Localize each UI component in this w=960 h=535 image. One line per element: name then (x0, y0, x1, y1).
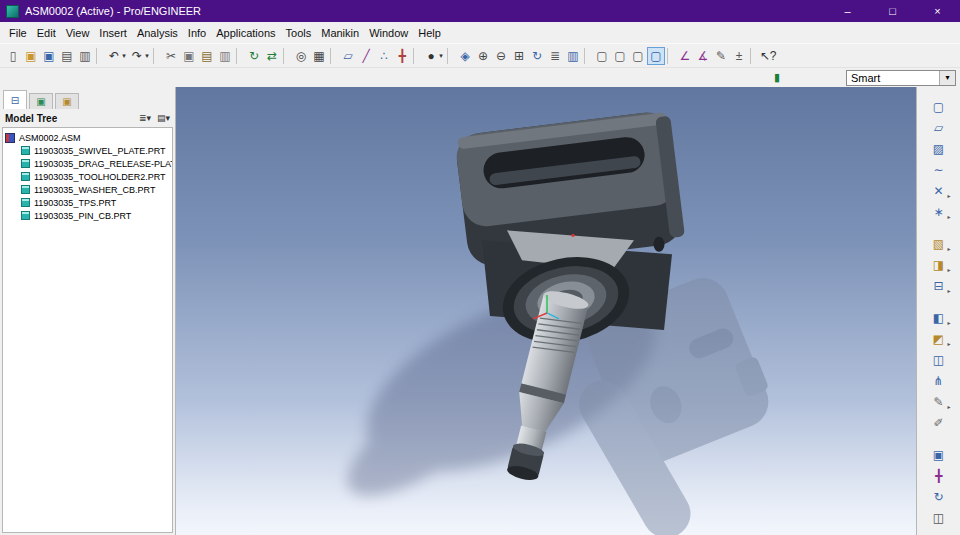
tool-icon-glyph: ◨ (933, 258, 944, 272)
hatch-lines-icon[interactable]: ▨ (927, 139, 951, 158)
menu-file[interactable]: File (4, 25, 32, 41)
tool-icon-glyph: ⊟ (933, 279, 943, 293)
zoom-out-icon[interactable]: ⊖ (492, 47, 510, 65)
window-new-icon[interactable]: ▢ (593, 47, 611, 65)
3d-viewport[interactable] (176, 87, 916, 535)
folder-browser-tab[interactable]: ▣ (29, 93, 53, 109)
context-help-icon[interactable]: ↖? (759, 47, 777, 65)
spin-center-icon[interactable]: ◈ (456, 47, 474, 65)
feature-toolbar: ▢ ▱ ▨ ∼ ✕ ▸ ∗ ▸ ▧ ▸ ◨ ▸ ⊟ ▸ (916, 87, 960, 535)
datum-point-icon[interactable]: ✕ ▸ (927, 181, 951, 200)
close-button[interactable]: × (915, 0, 960, 22)
tree-item[interactable]: 11903035_WASHER_CB.PRT (5, 183, 170, 196)
rotate-view-icon[interactable]: ↻ (927, 487, 951, 506)
annotation-tolerance-icon[interactable]: ± (730, 47, 748, 65)
cut-icon[interactable]: ✂ (162, 47, 180, 65)
menu-insert[interactable]: Insert (94, 25, 132, 41)
secondary-toolbar: ▮ Smart ▾ (0, 67, 960, 87)
section-icon[interactable]: ⊟ ▸ (927, 276, 951, 295)
tree-root-label: ASM0002.ASM (19, 133, 81, 143)
find-icon[interactable]: ◎ (292, 47, 310, 65)
zoom-in-icon[interactable]: ⊕ (474, 47, 492, 65)
shade-menu-arrow-icon[interactable]: ▾ (437, 47, 445, 65)
menu-info[interactable]: Info (183, 25, 211, 41)
select-box-icon[interactable]: ▢ (927, 97, 951, 116)
tree-item[interactable]: 11903035_DRAG_RELEASE-PLATE.PRT (5, 157, 170, 170)
window-close-icon[interactable]: ▢ (629, 47, 647, 65)
model-tree-tab[interactable]: ⊟ (3, 90, 27, 109)
tree-columns-button[interactable]: ▤▾ (157, 113, 170, 123)
menu-edit[interactable]: Edit (32, 25, 61, 41)
minimize-button[interactable]: – (825, 0, 870, 22)
window-tile-icon[interactable]: ▢ (611, 47, 629, 65)
separator (283, 48, 290, 64)
favorites-tab[interactable]: ▣ (55, 93, 79, 109)
datum-point-toggle-icon[interactable]: ∴ (375, 47, 393, 65)
datum-status-icon[interactable]: ▮ (770, 71, 784, 84)
csys-toggle-icon[interactable]: ╋ (393, 47, 411, 65)
solid-cube-icon[interactable]: ▣ (927, 445, 951, 464)
reorient-icon[interactable]: ↻ (528, 47, 546, 65)
tree-root-item[interactable]: ASM0002.ASM (5, 131, 170, 144)
menu-view[interactable]: View (61, 25, 95, 41)
tool-icon-glyph: ⋔ (933, 374, 943, 388)
open-file-icon[interactable]: ▣ (22, 47, 40, 65)
annotation-note-icon[interactable]: ✎ (712, 47, 730, 65)
toggle-display-icon[interactable]: ◫ (927, 508, 951, 527)
tree-item[interactable]: 11903035_SWIVEL_PLATE.PRT (5, 144, 170, 157)
annotation-dimension-icon[interactable]: ∡ (694, 47, 712, 65)
app-icon[interactable] (6, 5, 19, 18)
datum-axis-toggle-icon[interactable]: ╱ (357, 47, 375, 65)
annotation-angle-icon[interactable]: ∠ (676, 47, 694, 65)
tree-item[interactable]: 11903035_TOOLHOLDER2.PRT (5, 170, 170, 183)
sketch-plane-icon[interactable]: ▧ ▸ (927, 234, 951, 253)
layers-icon[interactable]: ≣ (546, 47, 564, 65)
datum-plane-icon[interactable]: ▱ (927, 118, 951, 137)
tree-filter-button[interactable]: ≣▾ (139, 113, 151, 123)
datum-axis-icon[interactable]: ∗ ▸ (927, 202, 951, 221)
menu-analysis[interactable]: Analysis (132, 25, 183, 41)
use-edge-icon[interactable]: ◧ ▸ (927, 308, 951, 327)
tree-item[interactable]: 11903035_PIN_CB.PRT (5, 209, 170, 222)
window-activate-icon[interactable]: ▢ (647, 47, 665, 65)
part-icon (21, 172, 30, 181)
tree-item[interactable]: 11903035_TPS.PRT (5, 196, 170, 209)
tool-icon-glyph: ▣ (933, 448, 944, 462)
tool-icon-glyph: ✕ (933, 184, 943, 198)
view-manager-icon[interactable]: ▥ (564, 47, 582, 65)
csys-icon[interactable]: ╋ (927, 466, 951, 485)
maximize-button[interactable]: □ (870, 0, 915, 22)
new-file-icon[interactable]: ▯ (4, 47, 22, 65)
menu-applications[interactable]: Applications (211, 25, 280, 41)
refit-icon[interactable]: ⊞ (510, 47, 528, 65)
tree-item-label: 11903035_SWIVEL_PLATE.PRT (34, 146, 166, 156)
regenerate-options-icon[interactable]: ⇄ (263, 47, 281, 65)
regenerate-icon[interactable]: ↻ (245, 47, 263, 65)
print-setup-icon[interactable]: ▥ (76, 47, 94, 65)
redo-menu-arrow-icon[interactable]: ▾ (143, 47, 151, 65)
paste-icon[interactable]: ▤ (198, 47, 216, 65)
selection-filter-combo[interactable]: Smart ▾ (846, 70, 956, 86)
datum-plane-toggle-icon[interactable]: ▱ (339, 47, 357, 65)
undo-menu-arrow-icon[interactable]: ▾ (120, 47, 128, 65)
select-options-icon[interactable]: ▦ (310, 47, 328, 65)
copy-icon[interactable]: ▣ (180, 47, 198, 65)
paste-special-icon[interactable]: ▥ (216, 47, 234, 65)
erase-icon[interactable]: ✐ (927, 413, 951, 432)
pencil-icon[interactable]: ✎ ▸ (927, 392, 951, 411)
flyout-arrow-icon: ▸ (947, 340, 950, 347)
menu-tools[interactable]: Tools (281, 25, 317, 41)
tool-icon-glyph: ∼ (933, 163, 943, 177)
menu-manikin[interactable]: Manikin (316, 25, 364, 41)
sketch-view-icon[interactable]: ◨ ▸ (927, 255, 951, 274)
spline-icon[interactable]: ∼ (927, 160, 951, 179)
chevron-down-icon[interactable]: ▾ (939, 71, 955, 85)
menu-help[interactable]: Help (413, 25, 446, 41)
menu-window[interactable]: Window (364, 25, 413, 41)
offset-edge-icon[interactable]: ◩ ▸ (927, 329, 951, 348)
print-icon[interactable]: ▤ (58, 47, 76, 65)
tool-icon-glyph: ▨ (933, 142, 944, 156)
save-icon[interactable]: ▣ (40, 47, 58, 65)
trim-icon[interactable]: ⋔ (927, 371, 951, 390)
mirror-icon[interactable]: ◫ (927, 350, 951, 369)
